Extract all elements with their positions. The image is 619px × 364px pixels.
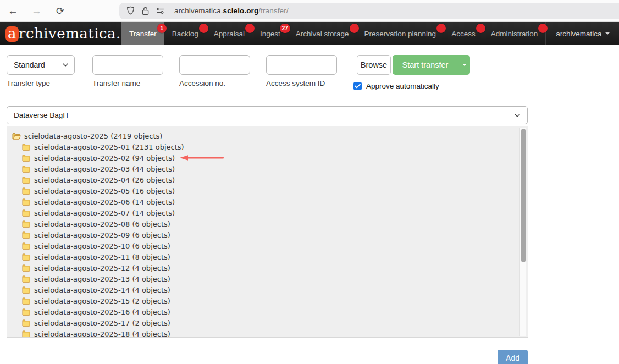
app-navbar: archivematica. Transfer 1 Backlog Apprai… xyxy=(0,22,619,45)
folder-icon[interactable] xyxy=(22,264,31,272)
transfer-type-label: Transfer type xyxy=(7,79,75,87)
reload-icon[interactable]: ⟳ xyxy=(56,6,64,16)
nav-items: Transfer 1 Backlog Appraisal Ingest 27 A… xyxy=(121,22,545,45)
approve-automatically-checkbox[interactable] xyxy=(353,82,362,90)
tree-item[interactable]: scielodata-agosto-2025-18 (4 objects) xyxy=(7,328,528,338)
folder-icon[interactable] xyxy=(22,319,31,327)
tree-item[interactable]: scielodata-agosto-2025-02 (94 objects) xyxy=(7,152,528,163)
shield-icon[interactable] xyxy=(126,6,135,15)
tree-item[interactable]: scielodata-agosto-2025-07 (14 objects) xyxy=(7,207,528,218)
accession-no-label: Accession no. xyxy=(179,79,250,87)
folder-icon[interactable] xyxy=(22,253,31,261)
start-transfer-button[interactable]: Start transfer xyxy=(393,55,458,75)
tree-item[interactable]: scielodata-agosto-2025-13 (4 objects) xyxy=(7,273,528,284)
notification-badge xyxy=(476,24,485,33)
accession-no-input[interactable] xyxy=(179,55,250,75)
nav-item-preservation-planning[interactable]: Preservation planning xyxy=(357,22,444,45)
folder-icon[interactable] xyxy=(22,297,31,305)
source-location-select[interactable]: Dataverse BagIT xyxy=(7,106,528,124)
folder-icon[interactable] xyxy=(22,275,31,283)
tree-item[interactable]: scielodata-agosto-2025-03 (44 objects) xyxy=(7,163,528,174)
tree-item[interactable]: scielodata-agosto-2025-12 (4 objects) xyxy=(7,262,528,273)
access-system-id-label: Access system ID xyxy=(266,79,337,87)
user-menu[interactable]: archivematica xyxy=(545,22,619,45)
notification-badge: 27 xyxy=(280,24,290,33)
address-bar[interactable]: archivematica.scielo.org/transfer/ xyxy=(119,3,619,19)
folder-icon[interactable] xyxy=(22,198,31,206)
chevron-down-icon xyxy=(62,63,69,67)
nav-item-archival-storage[interactable]: Archival storage xyxy=(288,22,357,45)
tree-item[interactable]: scielodata-agosto-2025-06 (14 objects) xyxy=(7,196,528,207)
chevron-down-icon xyxy=(605,32,610,35)
forward-icon[interactable]: → xyxy=(31,5,42,16)
transfer-name-label: Transfer name xyxy=(92,79,163,87)
tree-item[interactable]: scielodata-agosto-2025-08 (6 objects) xyxy=(7,218,528,229)
folder-icon[interactable] xyxy=(22,242,31,250)
tree-item[interactable]: scielodata-agosto-2025-17 (2 objects) xyxy=(7,317,528,328)
browser-toolbar: ← → ⟳ archivematica.scielo.org/transfer/ xyxy=(0,0,619,22)
nav-item-transfer[interactable]: Transfer 1 xyxy=(121,22,164,45)
nav-item-backlog[interactable]: Backlog xyxy=(164,22,206,45)
open-folder-icon[interactable] xyxy=(12,132,21,140)
tree-item[interactable]: scielodata-agosto-2025-05 (16 objects) xyxy=(7,185,528,196)
folder-icon[interactable] xyxy=(22,231,31,239)
chevron-down-icon xyxy=(462,64,467,66)
start-transfer-dropdown-button[interactable] xyxy=(458,55,470,75)
folder-icon[interactable] xyxy=(22,143,31,151)
add-button[interactable]: Add xyxy=(498,350,528,364)
folder-icon[interactable] xyxy=(22,209,31,217)
transfer-name-input[interactable] xyxy=(92,55,163,75)
tree-item[interactable]: scielodata-agosto-2025-09 (6 objects) xyxy=(7,229,528,240)
folder-icon[interactable] xyxy=(22,286,31,294)
notification-badge xyxy=(350,24,359,33)
tree-item[interactable]: scielodata-agosto-2025-15 (2 objects) xyxy=(7,295,528,306)
back-icon[interactable]: ← xyxy=(8,5,18,16)
nav-item-ingest[interactable]: Ingest 27 xyxy=(252,22,288,45)
tree-item[interactable]: scielodata-agosto-2025 (2419 objects) xyxy=(7,130,528,141)
access-system-id-input[interactable] xyxy=(266,55,337,75)
file-browser-panel: scielodata-agosto-2025 (2419 objects) sc… xyxy=(7,126,528,338)
notification-badge xyxy=(436,24,446,33)
nav-item-access[interactable]: Access xyxy=(444,22,483,45)
archivematica-logo[interactable]: archivematica. xyxy=(0,22,121,45)
folder-icon[interactable] xyxy=(22,308,31,316)
folder-icon[interactable] xyxy=(22,220,31,228)
transfer-page: Standard Transfer type Transfer name Acc… xyxy=(7,55,528,364)
chevron-down-icon xyxy=(514,113,521,118)
approve-automatically-label: Approve automatically xyxy=(366,82,439,90)
notification-badge xyxy=(245,24,255,33)
tree-item[interactable]: scielodata-agosto-2025-10 (6 objects) xyxy=(7,240,528,251)
tree-item[interactable]: scielodata-agosto-2025-01 (2131 objects) xyxy=(7,141,528,152)
tree-item[interactable]: scielodata-agosto-2025-16 (4 objects) xyxy=(7,306,528,317)
lock-icon[interactable] xyxy=(141,7,150,15)
folder-icon[interactable] xyxy=(22,187,31,195)
tree-item[interactable]: scielodata-agosto-2025-14 (4 objects) xyxy=(7,284,528,295)
transfer-type-select[interactable]: Standard xyxy=(7,55,75,75)
browse-button[interactable]: Browse xyxy=(357,55,391,75)
tree-item[interactable]: scielodata-agosto-2025-11 (8 objects) xyxy=(7,251,528,262)
folder-icon[interactable] xyxy=(22,154,31,162)
scrollbar[interactable] xyxy=(519,128,526,336)
folder-icon[interactable] xyxy=(22,330,31,338)
url-text: archivematica.scielo.org/transfer/ xyxy=(174,7,289,15)
nav-item-administration[interactable]: Administration xyxy=(483,22,546,45)
nav-item-appraisal[interactable]: Appraisal xyxy=(206,22,252,45)
check-icon xyxy=(355,84,361,89)
transfer-form: Standard Transfer type Transfer name Acc… xyxy=(7,55,528,90)
permissions-icon[interactable] xyxy=(156,7,165,15)
folder-icon[interactable] xyxy=(22,176,31,184)
scrollbar-thumb[interactable] xyxy=(521,129,526,262)
folder-icon[interactable] xyxy=(22,165,31,173)
tree-item[interactable]: scielodata-agosto-2025-04 (26 objects) xyxy=(7,174,528,185)
notification-badge xyxy=(199,24,208,33)
logo-a-mark: a xyxy=(5,26,19,42)
annotation-arrow xyxy=(179,155,224,161)
notification-badge: 1 xyxy=(157,24,167,33)
